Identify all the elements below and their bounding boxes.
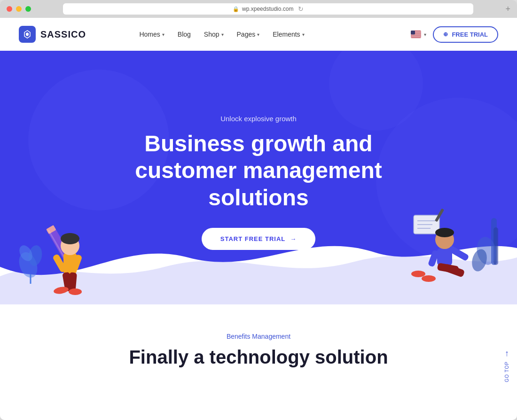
chevron-down-icon: ▾ bbox=[424, 32, 426, 37]
logo-text: SASSICO bbox=[40, 29, 86, 40]
refresh-icon[interactable]: ↻ bbox=[298, 5, 304, 13]
address-bar[interactable]: 🔒 wp.xpeedstudio.com ↻ bbox=[63, 3, 473, 15]
svg-point-41 bbox=[411, 271, 425, 277]
go-top-label: GO TOP bbox=[504, 361, 509, 382]
svg-point-22 bbox=[61, 233, 79, 244]
chevron-down-icon: ▾ bbox=[257, 32, 259, 37]
svg-point-26 bbox=[69, 288, 82, 295]
figure-left-illustration bbox=[38, 192, 103, 295]
svg-rect-5 bbox=[411, 36, 421, 36]
svg-point-36 bbox=[435, 228, 454, 237]
browser-window: 🔒 wp.xpeedstudio.com ↻ + SASSICO Homes bbox=[0, 0, 517, 420]
language-selector[interactable]: ▾ bbox=[411, 31, 426, 38]
arrow-up-icon: ↑ bbox=[505, 349, 509, 358]
nav-elements[interactable]: Elements ▾ bbox=[273, 31, 304, 38]
navbar: SASSICO Homes ▾ Blog Shop ▾ Pages ▾ bbox=[0, 18, 517, 51]
chevron-down-icon: ▾ bbox=[221, 32, 224, 37]
close-button[interactable] bbox=[7, 6, 12, 12]
maximize-button[interactable] bbox=[25, 6, 31, 12]
browser-titlebar: 🔒 wp.xpeedstudio.com ↻ + bbox=[0, 0, 517, 18]
lock-icon: 🔒 bbox=[233, 6, 239, 12]
minimize-button[interactable] bbox=[16, 6, 22, 12]
nav-links: Homes ▾ Blog Shop ▾ Pages ▾ Elements ▾ bbox=[139, 31, 304, 38]
logo[interactable]: SASSICO bbox=[19, 26, 86, 43]
new-tab-button[interactable]: + bbox=[505, 4, 510, 14]
figure-right-illustration bbox=[409, 201, 484, 295]
free-trial-button[interactable]: ⊕ FREE TRIAL bbox=[433, 26, 498, 43]
logo-icon bbox=[19, 26, 36, 43]
svg-rect-7 bbox=[411, 31, 415, 35]
svg-rect-6 bbox=[411, 37, 421, 38]
section-title: Finally a technology solution bbox=[19, 346, 498, 368]
section-label: Benefits Management bbox=[19, 333, 498, 340]
nav-blog[interactable]: Blog bbox=[178, 31, 191, 38]
nav-shop[interactable]: Shop ▾ bbox=[204, 31, 224, 38]
go-top-button[interactable]: ↑ GO TOP bbox=[504, 349, 509, 382]
nav-homes[interactable]: Homes ▾ bbox=[139, 31, 164, 38]
hero-title: Business growth and customer management … bbox=[94, 130, 423, 211]
hero-subtitle: Unlock explosive growth bbox=[220, 115, 297, 123]
svg-point-42 bbox=[422, 275, 436, 282]
chevron-down-icon: ▾ bbox=[302, 32, 305, 37]
below-hero-section: Benefits Management Finally a technology… bbox=[0, 304, 517, 387]
url-text: wp.xpeedstudio.com bbox=[242, 6, 293, 12]
start-trial-button[interactable]: START FREE TRIAL → bbox=[202, 228, 316, 250]
nav-right: ▾ ⊕ FREE TRIAL bbox=[411, 26, 498, 43]
website-content: SASSICO Homes ▾ Blog Shop ▾ Pages ▾ bbox=[0, 18, 517, 420]
hero-section: Unlock explosive growth Business growth … bbox=[0, 51, 517, 304]
flag-icon bbox=[411, 31, 421, 38]
svg-rect-4 bbox=[411, 35, 421, 35]
nav-pages[interactable]: Pages ▾ bbox=[237, 31, 260, 38]
trial-icon: ⊕ bbox=[443, 31, 448, 38]
chevron-down-icon: ▾ bbox=[162, 32, 164, 37]
